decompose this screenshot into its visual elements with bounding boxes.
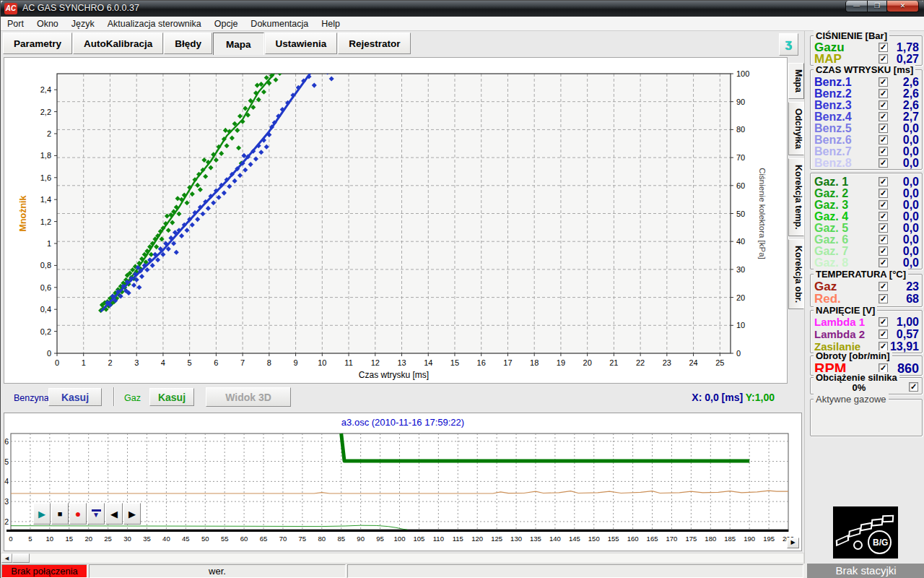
menu-item-okno[interactable]: Okno [30,17,65,31]
active-gas-group: Aktywne gazowe [810,399,923,436]
play-button[interactable]: ▶ [33,503,51,525]
temperature-group-checkbox[interactable]: ✓ [879,294,888,303]
gas-time-group-row: Gaz. 7✓0,0 [811,246,922,257]
step-back-button[interactable]: ◀ [105,503,123,525]
injection-time-group-checkbox[interactable]: ✓ [879,158,888,168]
side-tab-korekcja-obr-[interactable]: Korekcja obr. [788,239,804,309]
svg-text:190: 190 [744,535,755,543]
map-chart-panel[interactable]: 0123456789101112131415161718192021222324… [4,57,788,384]
record-button[interactable]: ● [69,503,87,525]
pressure-group-checkbox[interactable]: ✓ [879,43,888,52]
gas-time-group-row: Gaz. 2✓0,0 [811,188,922,199]
step-forward-icon: ▶ [128,509,136,519]
minimize-button[interactable]: — [845,1,867,12]
injection-time-group-value: 0,0 [903,146,919,158]
osc-transport-controls: ▶ ■ ● ▼ ◀ ▶ [33,503,141,525]
close-button[interactable]: ✕ [887,1,919,12]
tab-parametry[interactable]: Parametry [3,33,72,54]
gas-time-group-label: Gaz. 7 [814,246,848,257]
map-side-tabs: MapaOdchyłkaKorekcja temp.Korekcja obr. [788,63,805,309]
voltage-group-checkbox[interactable]: ✓ [879,342,888,351]
temp-sensor-button[interactable]: ʒ [779,33,798,56]
tab-ustawienia[interactable]: Ustawienia [265,33,338,54]
gas-time-group-value: 0,0 [903,246,919,257]
gas-time-group-value: 0,0 [903,188,919,199]
svg-text:120: 120 [471,535,483,543]
horizontal-scrollbar[interactable]: ◀ [1,553,804,564]
voltage-group-checkbox[interactable]: ✓ [879,329,888,339]
engine-load-checkbox[interactable]: ✓ [909,382,918,392]
injection-time-group-checkbox[interactable]: ✓ [879,100,888,110]
rpm-group-row: RPM✓860 [811,361,922,373]
gas-time-group-checkbox[interactable]: ✓ [879,235,888,244]
osc-scroll-right-button[interactable]: ▶ [787,538,799,548]
tab-autokalibracja[interactable]: AutoKalibracja [73,33,163,54]
injection-time-group-checkbox[interactable]: ✓ [879,124,888,133]
gas-time-group-checkbox[interactable]: ✓ [879,200,888,210]
step-forward-button[interactable]: ▶ [123,503,141,525]
svg-text:2: 2 [47,129,51,138]
scroll-left-arrow-icon[interactable]: ◀ [1,553,12,563]
svg-text:1,4: 1,4 [40,195,51,204]
svg-text:140: 140 [549,535,561,543]
side-tab-korekcja-temp-[interactable]: Korekcja temp. [788,158,804,236]
svg-text:16: 16 [477,358,486,367]
svg-text:0: 0 [47,349,51,358]
gas-time-group-value: 0,0 [903,257,919,269]
scrollbar-thumb[interactable] [12,553,30,563]
temperature-group-label: Red. [814,293,841,305]
injection-time-group-checkbox[interactable]: ✓ [879,135,888,144]
skip-down-button[interactable]: ▼ [87,503,105,525]
tab-błędy[interactable]: Błędy [164,33,212,54]
ignition-status: Brak stacyjki [807,564,924,578]
side-tab-odchy-ka[interactable]: Odchyłka [788,102,804,155]
injection-time-group-value: 2,6 [903,100,919,111]
map-scatter-chart[interactable]: 0123456789101112131415161718192021222324… [4,58,787,383]
menu-item-opcje[interactable]: Opcje [208,17,245,31]
injection-time-group-checkbox[interactable]: ✓ [879,89,888,98]
oscilloscope-panel[interactable]: a3.osc (2010-11-16 17:59:22) 23456051015… [4,413,802,551]
pressure-group-checkbox[interactable]: ✓ [879,54,888,64]
cursor-position-readout: X: 0,0 [ms] Y:1,00 [692,392,775,403]
svg-text:24: 24 [689,358,697,367]
menu-item-port[interactable]: Port [1,17,30,31]
gas-time-group-checkbox[interactable]: ✓ [879,212,888,221]
widok-3d-button[interactable]: Widok 3D [206,387,291,407]
tab-mapa[interactable]: Mapa [213,33,264,55]
step-back-icon: ◀ [110,509,118,519]
injection-time-group-checkbox[interactable]: ✓ [879,77,888,87]
side-tab-mapa[interactable]: Mapa [788,63,804,99]
gas-time-group-checkbox[interactable]: ✓ [879,223,888,233]
tab-rejestrator[interactable]: Rejestrator [338,33,411,54]
gas-time-group-checkbox[interactable]: ✓ [879,246,888,256]
gas-time-group-checkbox[interactable]: ✓ [879,258,888,267]
menu-item-dokumentacja[interactable]: Dokumentacja [244,17,315,31]
gas-time-group-checkbox[interactable]: ✓ [879,177,888,186]
osc-chart[interactable]: 2345605101520253035404550556065707580859… [4,413,801,551]
voltage-group-checkbox[interactable]: ✓ [879,317,888,327]
pressure-group-value: 0,27 [897,53,919,65]
menu-item-j-zyk[interactable]: Język [65,17,101,31]
menubar: PortOknoJęzykAktualizacja sterownikaOpcj… [1,17,924,31]
benzyna-label: Benzyna [14,393,49,403]
titlebar[interactable]: AC AC GAS SYNCHRO 6.0.0.37 — ❐ ✕ [1,1,924,17]
kasuj-benzyna-button[interactable]: Kasuj [48,388,102,406]
kasuj-gaz-button[interactable]: Kasuj [149,388,194,406]
app-window: AC AC GAS SYNCHRO 6.0.0.37 — ❐ ✕ PortOkn… [0,0,924,578]
svg-text:30: 30 [123,535,131,543]
stop-button[interactable]: ■ [51,503,69,525]
svg-text:30: 30 [736,265,745,274]
svg-text:2,2: 2,2 [40,108,51,116]
injection-time-group-checkbox[interactable]: ✓ [879,147,888,156]
gas-time-group-checkbox[interactable]: ✓ [879,189,888,198]
injection-time-group-value: 0,0 [903,158,919,169]
temperature-group-checkbox[interactable]: ✓ [879,282,888,291]
svg-text:110: 110 [433,535,444,543]
menu-item-aktualizacja-sterownika[interactable]: Aktualizacja sterownika [101,17,208,31]
injection-time-group-checkbox[interactable]: ✓ [879,112,888,121]
gas-time-group-row: Gaz. 8✓0,0 [811,257,922,269]
tabbar: ParametryAutoKalibracjaBłędyMapaUstawien… [3,33,411,56]
svg-text:100: 100 [736,69,749,78]
menu-item-help[interactable]: Help [315,17,346,31]
restore-button[interactable]: ❐ [867,1,887,12]
